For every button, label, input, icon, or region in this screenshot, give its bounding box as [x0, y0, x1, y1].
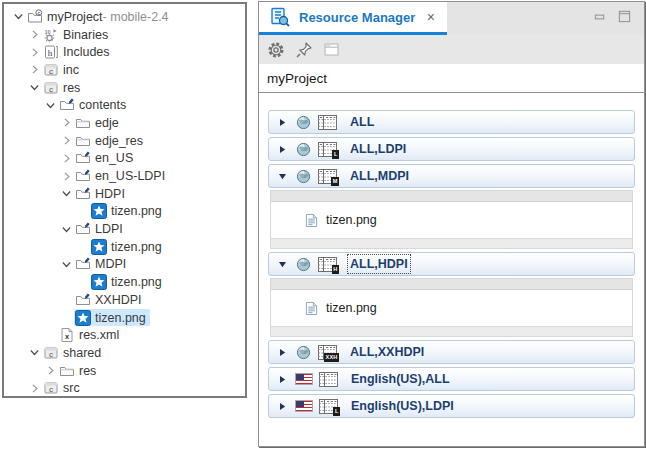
tree-item-inc[interactable]: cinc	[4, 61, 245, 79]
triangle-right-icon[interactable]	[277, 117, 287, 127]
resolution-grid-icon: XXH	[318, 345, 337, 360]
chevron-right-icon[interactable]	[58, 133, 74, 149]
file-doc-icon	[305, 301, 318, 316]
tree-item-en-us-ldpi[interactable]: en_US-LDPI	[4, 167, 245, 185]
group-label: ALL	[350, 115, 374, 129]
tree-item-label: src	[63, 381, 80, 395]
group-header-all-mdpi[interactable]: MALL,MDPI	[268, 164, 635, 188]
tree-item-xxhdpi[interactable]: XXHDPI	[4, 291, 245, 309]
tree-item-res-xml[interactable]: xres.xml	[4, 326, 245, 344]
tree-item-myproject[interactable]: cmyProject - mobile-2.4	[4, 8, 245, 26]
chevron-right-icon[interactable]	[58, 150, 74, 166]
triangle-right-icon[interactable]	[277, 144, 287, 154]
resource-group: HALL,HDPItizen.png	[268, 252, 635, 337]
triangle-down-icon[interactable]	[277, 171, 287, 181]
chevron-right-icon[interactable]	[42, 363, 58, 379]
tizen-icon	[74, 310, 91, 326]
resource-file-name: tizen.png	[326, 301, 377, 315]
triangle-right-icon[interactable]	[277, 401, 287, 411]
tree-item-label: Includes	[63, 45, 110, 59]
project-label: myProject	[259, 64, 644, 93]
tree-item-label: inc	[63, 63, 79, 77]
group-header-english-us-all[interactable]: English(US),ALL	[268, 367, 635, 391]
tree-item-res[interactable]: cres	[4, 79, 245, 97]
folder-mod-icon	[74, 150, 91, 166]
chevron-down-icon[interactable]	[42, 97, 58, 113]
tree-item-binaries[interactable]: 10Binaries	[4, 26, 245, 44]
chevron-down-icon[interactable]	[26, 345, 42, 361]
chevron-down-icon[interactable]	[26, 80, 42, 96]
folder-mod-icon	[74, 256, 91, 272]
chevron-right-icon[interactable]	[26, 27, 42, 43]
group-header-all-xxhdpi[interactable]: XXHALL,XXHDPI	[268, 340, 635, 364]
resolution-grid-icon: M	[318, 169, 337, 184]
maximize-icon[interactable]	[617, 9, 632, 24]
tree-item-tizen-png[interactable]: tizen.png	[4, 203, 245, 221]
resource-group: ALL	[268, 110, 635, 134]
chevron-right-icon[interactable]	[26, 62, 42, 78]
resolution-grid-icon: L	[319, 399, 338, 414]
resource-group-list: ALLLALL,LDPIMALL,MDPItizen.pngHALL,HDPIt…	[259, 93, 644, 446]
xml-file-icon: x	[58, 327, 75, 343]
tree-item-tizen-png[interactable]: tizen.png	[4, 238, 245, 256]
svg-text:c: c	[49, 84, 53, 93]
tree-item-hdpi[interactable]: HDPI	[4, 185, 245, 203]
chevron-down-icon[interactable]	[58, 256, 74, 272]
pin-icon[interactable]	[294, 40, 314, 60]
chevron-down-icon[interactable]	[10, 9, 26, 25]
folder-mod-icon	[74, 186, 91, 202]
includes-icon: h	[42, 44, 59, 60]
chevron-right-icon[interactable]	[58, 115, 74, 131]
resolution-grid-icon	[318, 115, 337, 130]
tree-item-edje[interactable]: edje	[4, 114, 245, 132]
group-content-header-strip	[271, 191, 632, 202]
tree-item-label: res	[79, 364, 96, 378]
folder-mod-icon	[74, 292, 91, 308]
dpi-badge: M	[331, 177, 339, 186]
tree-item-contents[interactable]: contents	[4, 96, 245, 114]
tree-item-en-us[interactable]: en_US	[4, 150, 245, 168]
chevron-right-icon[interactable]	[26, 44, 42, 60]
group-content-footer-strip	[271, 238, 632, 248]
resource-file-item[interactable]: tizen.png	[305, 301, 377, 316]
tree-item-label: en_US-LDPI	[95, 169, 165, 183]
group-header-english-us-ldpi[interactable]: LEnglish(US),LDPI	[268, 394, 635, 418]
group-label: ALL,LDPI	[350, 142, 406, 156]
tree-item-includes[interactable]: hIncludes	[4, 43, 245, 61]
tree-item-tizen-png[interactable]: tizen.png	[4, 309, 245, 327]
group-header-all-hdpi[interactable]: HALL,HDPI	[268, 252, 635, 276]
minimize-icon[interactable]	[593, 9, 608, 24]
resource-group: LALL,LDPI	[268, 137, 635, 161]
settings-gear-icon[interactable]	[266, 40, 286, 60]
view-toolbar	[259, 35, 644, 64]
group-label: English(US),ALL	[351, 372, 450, 386]
triangle-right-icon[interactable]	[277, 347, 287, 357]
chevron-right-icon[interactable]	[26, 380, 42, 396]
svg-text:h: h	[47, 48, 52, 58]
resource-file-item[interactable]: tizen.png	[305, 213, 377, 228]
group-file-list: tizen.png	[271, 290, 632, 326]
triangle-down-icon[interactable]	[277, 259, 287, 269]
tab-resource-manager[interactable]: Resource Manager ×	[259, 2, 447, 35]
resolution-grid-icon: L	[318, 142, 337, 157]
tree-item-edje-res[interactable]: edje_res	[4, 132, 245, 150]
tree-item-src[interactable]: csrc	[4, 379, 245, 397]
tree-item-ldpi[interactable]: LDPI	[4, 220, 245, 238]
tree-item-shared[interactable]: cshared	[4, 344, 245, 362]
triangle-right-icon[interactable]	[277, 374, 287, 384]
resource-group: English(US),ALL	[268, 367, 635, 391]
folder-mod-icon	[74, 168, 91, 184]
tree-item-res[interactable]: res	[4, 362, 245, 380]
group-content: tizen.png	[270, 190, 633, 249]
tree-item-mdpi[interactable]: MDPI	[4, 256, 245, 274]
chevron-down-icon[interactable]	[58, 221, 74, 237]
tab-close-icon[interactable]: ×	[423, 8, 439, 26]
tree-item-tizen-png[interactable]: tizen.png	[4, 273, 245, 291]
tizen-icon	[90, 274, 107, 290]
group-header-all-ldpi[interactable]: LALL,LDPI	[268, 137, 635, 161]
chevron-right-icon[interactable]	[58, 168, 74, 184]
group-header-all[interactable]: ALL	[268, 110, 635, 134]
project-tree: cmyProject - mobile-2.410BinarieshInclud…	[4, 8, 245, 397]
tree-item-label: HDPI	[95, 187, 125, 201]
chevron-down-icon[interactable]	[58, 186, 74, 202]
